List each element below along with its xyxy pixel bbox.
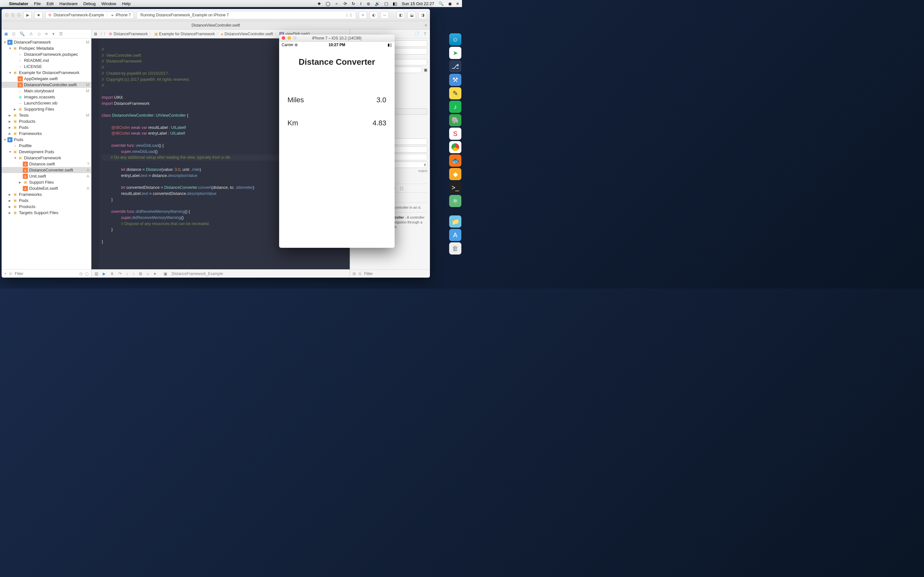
tree-row[interactable]: ▼▣DistanceFramework xyxy=(2,155,91,161)
dropbox-icon[interactable]: ❖ xyxy=(317,1,321,6)
window-controls[interactable] xyxy=(5,13,21,17)
spotify-icon[interactable]: ♪ xyxy=(449,101,461,113)
slack-icon[interactable]: S xyxy=(449,127,461,140)
menu-debug[interactable]: Debug xyxy=(83,1,95,6)
tree-row[interactable]: ▶▣Targets Support Files xyxy=(2,210,91,216)
view-debug-icon[interactable]: ⊞ xyxy=(139,271,142,276)
tree-row[interactable]: ▶▣Support Files xyxy=(2,179,91,185)
memory-icon[interactable]: ⟐ xyxy=(147,271,149,276)
notes-app-icon[interactable]: ✎ xyxy=(449,87,461,99)
file-inspector-icon[interactable]: 📄 xyxy=(415,32,419,36)
tree-row[interactable]: sDistance.swift? xyxy=(2,161,91,167)
report-nav-icon[interactable]: ☰ xyxy=(59,31,63,36)
timemachine-icon[interactable]: ↻ xyxy=(352,1,355,6)
airplay-icon[interactable]: ▢ xyxy=(384,1,388,6)
project-tree[interactable]: ▼▸DistanceFrameworkM▼▣Podspec Metadata▫D… xyxy=(2,39,91,269)
tree-row[interactable]: ▶▣Pods xyxy=(2,197,91,203)
add-button[interactable]: + xyxy=(4,271,6,276)
evernote-icon[interactable]: 🐘 xyxy=(449,114,461,126)
clock[interactable]: Sun 15 Oct 22:27 xyxy=(402,1,434,6)
debug-target[interactable]: DistanceFramework_Example xyxy=(172,271,223,276)
appstore-icon[interactable]: A xyxy=(449,229,461,241)
siri-icon[interactable]: ◉ xyxy=(448,1,452,6)
glasses-icon[interactable]: ᯐ xyxy=(335,1,339,6)
menu-window[interactable]: Window xyxy=(102,1,116,6)
step-out-icon[interactable]: ↑ xyxy=(132,271,134,276)
tree-row[interactable]: ▫LaunchScreen.xib xyxy=(2,100,91,106)
folder-icon[interactable]: 📁 xyxy=(449,215,461,227)
tree-row[interactable]: ▶▣Pods xyxy=(2,124,91,131)
atom-icon[interactable]: ⚛ xyxy=(449,195,461,207)
volume-icon[interactable]: 🔊 xyxy=(375,1,380,6)
stop-button[interactable]: ■ xyxy=(34,11,43,19)
circle-icon[interactable]: ◯ xyxy=(326,1,330,6)
menu-help[interactable]: Help xyxy=(122,1,131,6)
issue-nav-icon[interactable]: ⚠ xyxy=(29,31,33,36)
lib-media-icon[interactable]: ▢ xyxy=(400,186,403,190)
toggle-navigator-button[interactable]: ◧ xyxy=(397,11,405,19)
tree-row[interactable]: sAppDelegate.swift xyxy=(2,76,91,82)
navigator-filter-input[interactable] xyxy=(15,271,77,276)
menu-file[interactable]: File xyxy=(34,1,41,6)
tree-row[interactable]: ▫LICENSE xyxy=(2,63,91,69)
finder-icon[interactable]: ☺ xyxy=(449,33,461,45)
menu-hardware[interactable]: Hardware xyxy=(59,1,78,6)
help-inspector-icon[interactable]: ? xyxy=(424,32,426,36)
sync-icon[interactable]: ⟳ xyxy=(344,1,347,6)
lib-grid-icon[interactable]: ⊞ xyxy=(352,271,356,276)
scheme-selector[interactable]: ⚙DistanceFramework-Example〉 ▸iPhone 7 xyxy=(45,11,134,19)
debug-nav-icon[interactable]: ≡ xyxy=(45,31,48,36)
editor-assistant-button[interactable]: ◐ xyxy=(370,11,378,19)
recent-filter-icon[interactable]: ◷ xyxy=(79,271,82,276)
find-nav-icon[interactable]: 🔍 xyxy=(19,31,25,36)
back-button[interactable]: 〈 xyxy=(99,31,102,37)
sourcetree-icon[interactable]: ⎇ xyxy=(449,60,461,73)
forward-button[interactable]: 〉 xyxy=(103,31,107,37)
notification-icon[interactable]: ≡ xyxy=(456,1,459,6)
tree-row[interactable]: ▶▣Supporting Files xyxy=(2,106,91,112)
xcode-icon[interactable]: ⚒ xyxy=(449,74,461,86)
tree-row[interactable]: ▶▣Frameworks xyxy=(2,191,91,197)
editor-version-button[interactable]: ↔ xyxy=(381,11,389,19)
symbol-nav-icon[interactable]: ⌸ xyxy=(13,31,15,36)
battery-icon[interactable]: ▮▯ xyxy=(393,1,397,6)
trash-icon[interactable]: 🗑 xyxy=(449,242,461,255)
tree-row[interactable]: ▼▸Pods xyxy=(2,137,91,143)
step-over-icon[interactable]: ↷ xyxy=(118,271,121,276)
tree-row[interactable]: ▼▸DistanceFrameworkM xyxy=(2,39,91,45)
indent-width[interactable] xyxy=(391,161,428,168)
tree-row[interactable]: sDistanceConverter.swiftA xyxy=(2,167,91,173)
chrome-icon[interactable] xyxy=(449,141,461,153)
tree-row[interactable]: sDoubleExt.swiftA xyxy=(2,185,91,191)
sketch-icon[interactable]: ◆ xyxy=(449,168,461,180)
tree-row[interactable]: ▫Podfile xyxy=(2,143,91,149)
sim-window-controls[interactable] xyxy=(282,36,297,40)
navigator-selector[interactable]: ▣ ⌸ 🔍 ⚠ ◇ ≡ ▾ ☰ xyxy=(2,29,91,39)
step-in-icon[interactable]: ↓ xyxy=(126,271,128,276)
tree-row[interactable]: ▶▣Frameworks xyxy=(2,131,91,137)
breakpoints-icon[interactable]: ▶ xyxy=(103,271,105,276)
location-icon[interactable]: ➤ xyxy=(153,271,157,276)
tree-row[interactable]: ▫README.md xyxy=(2,57,91,63)
bluetooth-icon[interactable]: ᚼ xyxy=(360,1,362,6)
test-nav-icon[interactable]: ◇ xyxy=(37,31,41,36)
app-menu[interactable]: Simulator xyxy=(9,1,28,6)
warning-icon[interactable]: ⚠ xyxy=(345,13,349,17)
pause-icon[interactable]: ⏸ xyxy=(110,271,114,276)
new-tab-button[interactable]: + xyxy=(425,23,427,28)
tree-row[interactable]: sDistanceViewController.swiftM xyxy=(2,82,91,88)
tree-row[interactable]: ▫DistanceFramework.podspec xyxy=(2,51,91,57)
tree-row[interactable]: ▼▣Podspec Metadata xyxy=(2,45,91,51)
tree-row[interactable]: ▫Main.storyboardM xyxy=(2,88,91,94)
tree-row[interactable]: ▶▣Products xyxy=(2,203,91,210)
wifi-icon[interactable]: ⊚ xyxy=(367,1,370,6)
fish-icon[interactable]: 🐟 xyxy=(449,155,461,167)
hide-debug-icon[interactable]: ▥ xyxy=(95,271,98,276)
toggle-debug-button[interactable]: ⬓ xyxy=(407,11,416,19)
menu-edit[interactable]: Edit xyxy=(47,1,53,6)
run-button[interactable]: ▶ xyxy=(23,11,32,19)
tree-row[interactable]: ▼▣Example for DistanceFramework xyxy=(2,69,91,76)
library-filter-input[interactable] xyxy=(364,271,427,276)
spotlight-icon[interactable]: 🔍 xyxy=(439,1,444,6)
folder-picker-icon[interactable]: ▣ xyxy=(424,68,427,72)
